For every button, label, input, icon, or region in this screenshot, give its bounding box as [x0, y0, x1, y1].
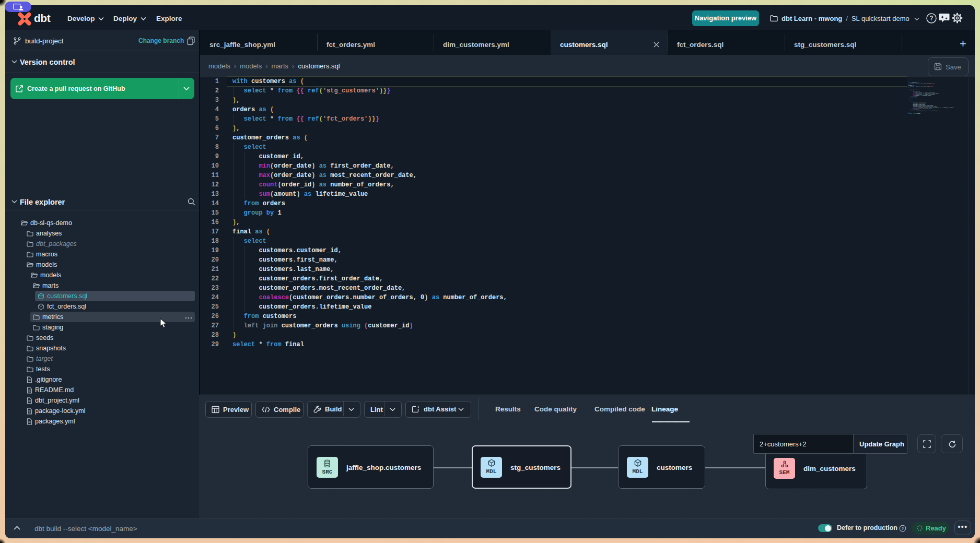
svg-text:?: ?: [929, 15, 933, 22]
svg-text:?: ?: [902, 526, 904, 531]
